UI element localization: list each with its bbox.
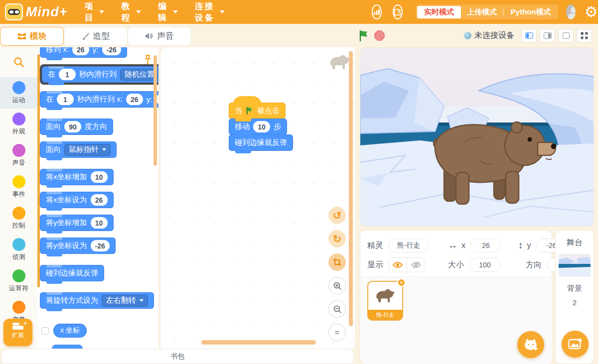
screenshot-crop-button[interactable] (328, 253, 346, 271)
redo-button[interactable]: ↻ (328, 230, 346, 247)
category-color-dot (12, 81, 25, 94)
palette-scrollbar[interactable] (37, 54, 40, 287)
green-flag-button[interactable] (358, 30, 370, 42)
number-field[interactable]: 1 (59, 69, 76, 80)
add-backdrop-button[interactable] (562, 331, 589, 358)
tab-costumes[interactable]: 造型 (64, 27, 128, 46)
number-field[interactable]: 10 (91, 171, 108, 183)
category-0[interactable]: 运动 (0, 77, 37, 109)
menu-tutorial[interactable]: 教 程 (121, 0, 141, 23)
dropdown-field[interactable]: 随机位置 (120, 69, 158, 81)
category-6[interactable]: 运算符 (0, 265, 37, 297)
category-1[interactable]: 外观 (0, 109, 37, 140)
reporter-checkbox[interactable] (41, 327, 49, 335)
block-set-x[interactable]: 将x坐标设为26 (40, 192, 114, 208)
mindplus-logo[interactable]: Mind+ (5, 3, 68, 20)
block-bounce[interactable]: 碰到边缘就反弹 (40, 265, 104, 281)
block-when-flag-clicked[interactable]: 当被点击 (229, 103, 286, 119)
reporter-block-x-position[interactable]: x 坐标 (53, 324, 87, 338)
zoom-reset-button[interactable]: = (328, 324, 346, 341)
number-field[interactable]: 26 (72, 47, 89, 55)
palette-scrollbar-right[interactable] (153, 55, 157, 166)
x-input[interactable]: 26 (470, 239, 501, 252)
show-sprite-button[interactable] (389, 258, 407, 272)
search-button[interactable] (0, 47, 37, 77)
zoom-out-button[interactable] (328, 300, 346, 318)
backpack-label: 书包 (170, 352, 184, 361)
backdrop-thumbnail[interactable] (559, 254, 591, 277)
number-field[interactable]: 1 (57, 94, 74, 105)
block-set-y[interactable]: 将y坐标设为-26 (40, 238, 116, 254)
sprite-card-bear[interactable]: 熊-行走 × (367, 281, 403, 321)
community-icon[interactable] (372, 4, 382, 19)
tab-blocks[interactable]: 模块 (0, 27, 64, 46)
category-2[interactable]: 声音 (0, 140, 37, 171)
app-header: Mind+ 项 目 教 程 编 辑 连接设备 实时模式 上传模式 | Pytho… (0, 0, 598, 24)
reporter-block-partial[interactable] (52, 345, 83, 349)
block-change-y[interactable]: 将y坐标增加10 (40, 215, 114, 231)
category-3[interactable]: 事件 (0, 171, 37, 203)
size-input[interactable]: 100 (469, 258, 501, 272)
number-field[interactable]: 26 (91, 194, 108, 206)
block-point-mouse[interactable]: 面向鼠标指针 (40, 141, 117, 158)
edit-project-icon[interactable] (393, 4, 403, 19)
script-stack[interactable]: 当被点击移动10步碰到边缘就反弹 (229, 103, 293, 151)
add-sprite-button[interactable] (517, 331, 544, 358)
number-field[interactable]: 10 (253, 121, 270, 132)
dropdown-field[interactable]: 鼠标指针 (64, 144, 111, 156)
workspace-vertical-scrollbar[interactable] (349, 51, 353, 326)
mode-realtime[interactable]: 实时模式 (417, 6, 461, 18)
menu-project[interactable]: 项 目 (85, 0, 105, 23)
stage-sidebar[interactable]: 舞台 背景 2 (555, 230, 594, 364)
category-4[interactable]: 控制 (0, 203, 37, 234)
block-point-direction[interactable]: 面向90度方向 (40, 119, 113, 135)
block-glide-xy[interactable]: 在1秒内滑行到 x:26y:-26 (40, 91, 158, 108)
sprite-name-input[interactable]: 熊-行走 (388, 239, 429, 252)
chevron-down-icon (220, 10, 225, 13)
tab-sounds[interactable]: 声音 (128, 27, 191, 46)
number-field[interactable]: 10 (91, 217, 108, 229)
category-5[interactable]: 侦测 (0, 234, 37, 265)
hide-sprite-button[interactable] (407, 258, 425, 272)
block-set-rotation[interactable]: 将旋转方式设为左右翻转 (40, 292, 154, 309)
block-text: 秒内滑行到 x: (77, 95, 123, 104)
search-icon (13, 56, 25, 68)
category-color-dot (12, 175, 25, 188)
block-text: 被点击 (257, 106, 280, 116)
block-goto-xy[interactable]: 移到 x:26y:-26 (40, 47, 127, 58)
sprite-label: 精灵 (367, 241, 383, 251)
workspace-horizontal-scrollbar[interactable] (201, 340, 316, 345)
gear-icon[interactable]: ⚙ (585, 4, 598, 19)
pin-icon[interactable] (144, 54, 151, 67)
block-text: 面向 (46, 122, 61, 131)
backdrop-label: 背景 (567, 284, 582, 293)
dropdown-field[interactable]: 左右翻转 (102, 295, 148, 307)
delete-sprite-button[interactable]: × (397, 278, 406, 287)
zoom-in-button[interactable] (328, 277, 346, 294)
stage[interactable] (360, 47, 594, 227)
block-change-x[interactable]: 将x坐标增加10 (40, 169, 114, 185)
block-text: 碰到边缘就反弹 (46, 268, 98, 278)
block-glide-random[interactable]: 在1秒内滑行到随机位置 (42, 66, 158, 83)
mode-upload[interactable]: 上传模式 (461, 6, 503, 18)
number-field[interactable]: -26 (91, 240, 110, 251)
number-field[interactable]: -26 (102, 47, 121, 55)
number-field[interactable]: 26 (126, 94, 143, 105)
undo-button[interactable]: ↺ (328, 207, 346, 224)
extension-button[interactable]: 扩展 (3, 319, 32, 346)
mode-python[interactable]: Python模式 (505, 6, 557, 18)
menu-edit[interactable]: 编 辑 (158, 0, 178, 23)
backpack-bar[interactable]: 书包 (1, 349, 354, 364)
avatar[interactable] (566, 4, 576, 19)
number-field[interactable]: 90 (64, 121, 81, 132)
stop-button[interactable] (374, 30, 385, 41)
category-color-dot (12, 269, 25, 282)
script-workspace[interactable]: 当被点击移动10步碰到边缘就反弹 ↺ ↻ = (159, 47, 355, 349)
layout-single-button[interactable] (558, 29, 574, 42)
layout-split-right-button[interactable] (540, 29, 555, 42)
category-color-dot (12, 207, 25, 220)
layout-split-left-button[interactable] (521, 29, 537, 42)
fullscreen-button[interactable] (577, 29, 592, 42)
block-text: 面向 (46, 145, 61, 154)
menu-connect-device[interactable]: 连接设备 (195, 0, 225, 23)
